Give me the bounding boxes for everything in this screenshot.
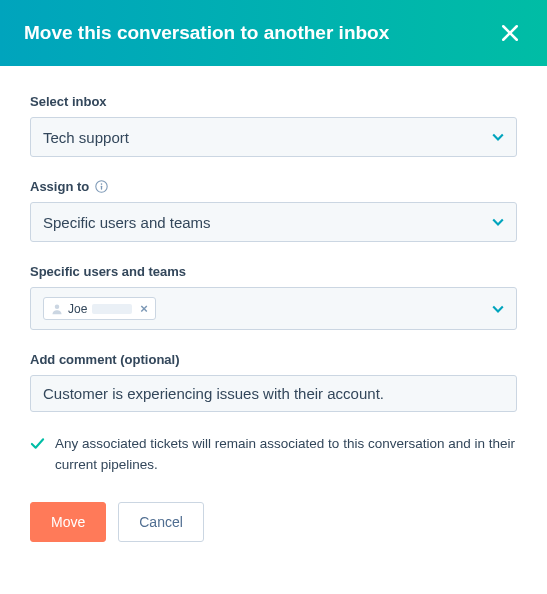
move-button[interactable]: Move	[30, 502, 106, 542]
caret-down-icon	[492, 216, 504, 228]
avatar-icon	[51, 303, 63, 315]
specific-users-field: Specific users and teams Joe ×	[30, 264, 517, 330]
svg-point-5	[55, 304, 60, 309]
chip-remove-button[interactable]: ×	[140, 301, 148, 316]
modal-title: Move this conversation to another inbox	[24, 22, 389, 44]
info-icon[interactable]	[95, 180, 108, 193]
select-inbox-label: Select inbox	[30, 94, 517, 109]
ticket-notice: Any associated tickets will remain assoc…	[30, 434, 517, 476]
notice-text: Any associated tickets will remain assoc…	[55, 434, 517, 476]
chip-name: Joe	[68, 302, 87, 316]
cancel-button[interactable]: Cancel	[118, 502, 204, 542]
select-inbox-dropdown[interactable]: Tech support	[30, 117, 517, 157]
assign-to-value: Specific users and teams	[43, 214, 211, 231]
caret-down-icon	[492, 131, 504, 143]
svg-rect-4	[101, 186, 102, 190]
select-inbox-value: Tech support	[43, 129, 129, 146]
caret-down-icon	[492, 303, 504, 315]
user-chip: Joe ×	[43, 297, 156, 320]
action-buttons: Move Cancel	[30, 502, 517, 542]
modal-header: Move this conversation to another inbox	[0, 0, 547, 66]
comment-field: Add comment (optional)	[30, 352, 517, 412]
chip-container: Joe ×	[43, 297, 492, 320]
check-icon	[30, 436, 45, 451]
specific-users-dropdown[interactable]: Joe ×	[30, 287, 517, 330]
comment-label: Add comment (optional)	[30, 352, 517, 367]
select-inbox-field: Select inbox Tech support	[30, 94, 517, 157]
svg-point-3	[101, 183, 103, 185]
assign-to-label: Assign to	[30, 179, 517, 194]
close-icon	[501, 24, 519, 42]
comment-input[interactable]	[30, 375, 517, 412]
assign-to-dropdown[interactable]: Specific users and teams	[30, 202, 517, 242]
close-button[interactable]	[497, 20, 523, 46]
specific-users-label: Specific users and teams	[30, 264, 517, 279]
assign-to-field: Assign to Specific users and teams	[30, 179, 517, 242]
modal-body: Select inbox Tech support Assign to Spec…	[0, 66, 547, 572]
chip-surname-redacted	[92, 304, 132, 314]
